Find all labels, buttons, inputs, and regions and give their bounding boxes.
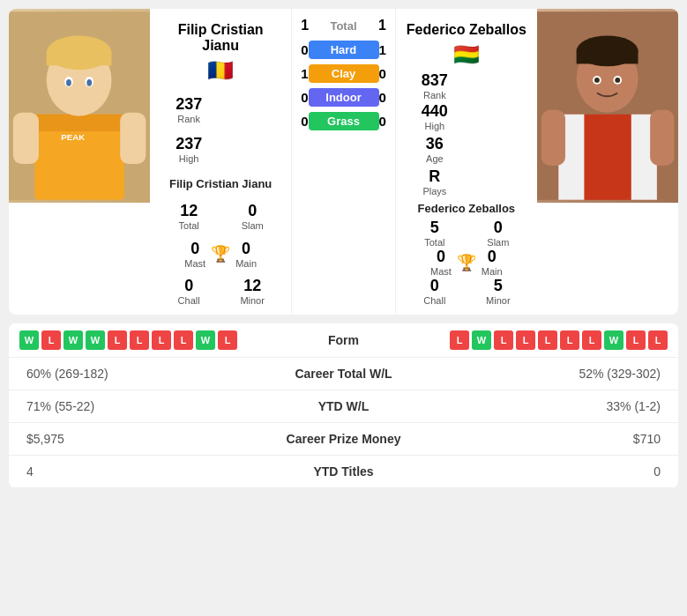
form-badge-p2: L	[516, 330, 535, 350]
grass-surface-btn[interactable]: Grass	[309, 112, 379, 130]
player1-chall-cell: 0 Chall	[159, 277, 219, 306]
player2-rank-stats: 837 Rank	[405, 71, 528, 100]
form-badge-p2: L	[494, 330, 513, 350]
player1-total-slam: 12 Total 0 Slam	[159, 202, 282, 231]
player1-rank-stats: 237 Rank	[159, 95, 282, 124]
player1-minor-value: 12	[243, 277, 261, 295]
center-grass-p2: 0	[379, 114, 386, 129]
form-badge-p2: L	[538, 330, 557, 350]
player2-name-below: Federico Zeballos	[418, 202, 516, 215]
player1-flag: 🇷🇴	[159, 58, 282, 83]
player1-high-label: High	[179, 153, 199, 164]
center-clay-p1: 1	[301, 66, 308, 81]
prize-label: Career Prize Money	[287, 432, 401, 446]
player1-info: Filip Cristian Jianu 🇷🇴 237 Rank 237 Hig…	[150, 9, 291, 315]
player2-mast-label: Mast	[430, 266, 452, 277]
main-container: PEAK Filip Cristian Jianu 🇷🇴 237 Rank	[0, 0, 687, 497]
player2-photo	[537, 9, 678, 203]
form-badge-p1: L	[174, 330, 193, 350]
ytd-titles-row: 4 YTD Titles 0	[9, 456, 678, 488]
svg-point-9	[86, 79, 92, 86]
player2-high-stats: 440 High	[405, 102, 528, 131]
player1-chall-label: Chall	[178, 295, 200, 306]
clay-surface-btn[interactable]: Clay	[309, 64, 379, 83]
ytd-titles-label: YTD Titles	[291, 464, 397, 479]
player2-mast-value: 0	[437, 248, 445, 266]
player2-main-value: 0	[488, 248, 497, 266]
svg-rect-25	[650, 110, 674, 166]
player2-mast-cell: 0 Mast	[430, 248, 452, 277]
player1-slam-label: Slam	[242, 220, 264, 231]
career-wl-label: Career Total W/L	[291, 367, 397, 381]
player1-total-value: 12	[180, 202, 198, 220]
form-label: Form	[309, 333, 379, 347]
player2-minor-cell: 5 Minor	[468, 277, 528, 306]
indoor-surface-btn[interactable]: Indoor	[309, 88, 379, 107]
player1-chall-minor: 0 Chall 12 Minor	[159, 277, 282, 306]
player2-age-cell: 36 Age	[405, 135, 465, 164]
svg-point-22	[594, 78, 600, 83]
player2-flag: 🇧🇴	[407, 42, 526, 67]
player1-slam-value: 0	[248, 202, 257, 220]
career-wl-row: 60% (269-182) Career Total W/L 52% (329-…	[9, 358, 678, 390]
player2-trophy-icon: 🏆	[457, 253, 476, 272]
player1-rank-value: 237	[175, 95, 202, 114]
player2-total-value: 5	[430, 219, 439, 237]
ytd-wl-p2: 33% (1-2)	[397, 399, 661, 413]
player2-age-label: Age	[426, 153, 444, 164]
player2-plays-cell: R Plays	[405, 167, 465, 197]
player2-total-label: Total	[424, 237, 444, 248]
player2-minor-value: 5	[494, 277, 503, 295]
player2-minor-label: Minor	[486, 295, 511, 306]
player2-slam-label: Slam	[487, 237, 509, 248]
player2-total-cell: 5 Total	[405, 219, 465, 248]
player1-mast-cell: 0 Mast	[184, 240, 205, 269]
player1-high-cell: 237 High	[159, 135, 219, 164]
form-badge-p2: L	[450, 330, 469, 350]
center-stats: 1 Total 1 0 Hard 1 1 Clay 0 0 Indoor 0	[291, 9, 396, 315]
form-badge-p1: L	[41, 330, 61, 350]
player1-rank-label: Rank	[177, 114, 200, 124]
player2-info: Federico Zeballos 🇧🇴 837 Rank 440 High 3…	[396, 9, 537, 315]
player2-plays-value: R	[429, 167, 440, 186]
svg-point-23	[615, 78, 620, 83]
svg-text:PEAK: PEAK	[61, 132, 85, 142]
player2-name-top: Federico Zeballos	[407, 22, 526, 38]
center-total-label: Total	[330, 19, 356, 33]
form-badge-p2: L	[560, 330, 579, 350]
player1-high-cell	[222, 95, 282, 124]
form-badge-p2: W	[604, 330, 624, 350]
player1-total-cell: 12 Total	[159, 202, 219, 231]
ytd-titles-p1: 4	[26, 464, 291, 479]
center-hard-p2: 1	[379, 42, 386, 57]
ytd-wl-label: YTD W/L	[291, 399, 397, 413]
form-badge-p1: W	[86, 330, 105, 350]
player2-age-plays: 36 Age	[405, 135, 528, 164]
player2-plays-label: Plays	[422, 186, 446, 197]
svg-rect-24	[541, 110, 565, 166]
prize-row: $5,975 Career Prize Money $710	[9, 423, 678, 456]
form-badge-p1: W	[63, 330, 83, 350]
player1-minor-cell: 12 Minor	[222, 277, 282, 306]
player1-mast-value: 0	[190, 240, 199, 258]
player2-slam-cell: 0 Slam	[468, 219, 528, 248]
svg-rect-2	[34, 115, 124, 131]
form-badge-p1: L	[218, 330, 237, 350]
player1-main-label: Main	[235, 258, 257, 269]
player2-plays: R Plays	[405, 167, 528, 197]
form-badge-p2: W	[472, 330, 491, 350]
player2-age-value: 36	[426, 135, 444, 153]
center-clay-p2: 0	[379, 66, 386, 81]
player2-chall-minor: 0 Chall 5 Minor	[405, 277, 528, 306]
form-badge-p1: W	[196, 330, 215, 350]
player1-name-below: Filip Cristian Jianu	[169, 177, 272, 190]
hard-surface-btn[interactable]: Hard	[309, 41, 379, 59]
player1-photo: PEAK	[9, 9, 150, 203]
ytd-wl-row: 71% (55-22) YTD W/L 33% (1-2)	[9, 390, 678, 423]
center-indoor-p2: 0	[379, 90, 386, 105]
player2-slam-value: 0	[494, 219, 503, 237]
form-badge-p2: L	[626, 330, 646, 350]
form-badge-p2: L	[648, 330, 668, 350]
prize-p2: $710	[400, 432, 661, 446]
player2-high-label: High	[425, 121, 445, 131]
